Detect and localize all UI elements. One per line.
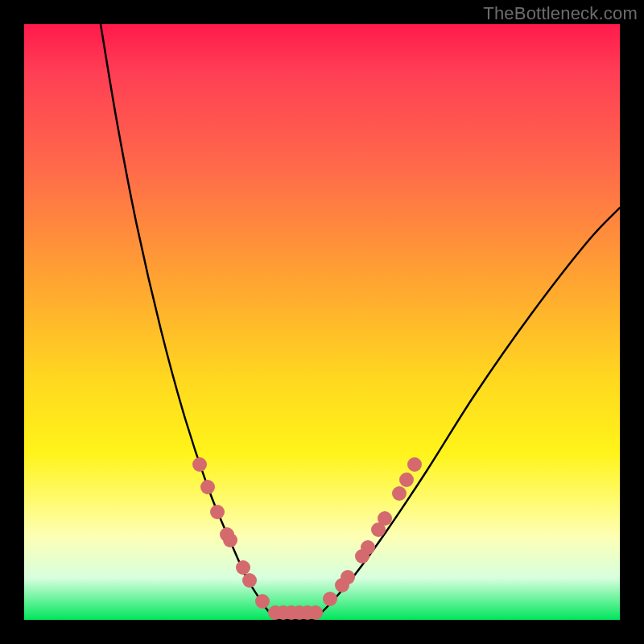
chart-stage: TheBottleneck.com (0, 0, 644, 644)
marker-dot (399, 473, 414, 487)
marker-dot (223, 533, 237, 547)
marker-layer-group (192, 457, 422, 620)
marker-dot (242, 573, 257, 588)
curve-left-branch (101, 24, 276, 620)
marker-dot (236, 560, 250, 575)
marker-dot (341, 570, 355, 584)
marker-dot (361, 540, 375, 555)
marker-dot (200, 480, 215, 494)
plot-area (24, 24, 620, 620)
marker-dot (392, 486, 407, 501)
marker-dot (407, 457, 422, 472)
line-layer-group (101, 24, 620, 620)
marker-dot (378, 511, 392, 526)
marker-dot (308, 605, 323, 620)
marker-dot (192, 457, 207, 472)
watermark-text: TheBottleneck.com (483, 3, 638, 24)
curve-layer (24, 24, 620, 620)
marker-dot (255, 594, 270, 609)
marker-dot (210, 505, 225, 519)
marker-dot (323, 592, 337, 606)
